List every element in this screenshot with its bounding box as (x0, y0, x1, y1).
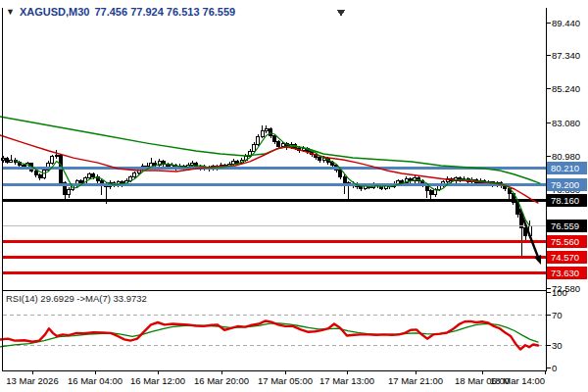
y-axis-label: 87.340 (552, 50, 580, 61)
y-axis-label: 83.080 (552, 118, 580, 128)
time-axis-label: 17 Mar 05:00 (258, 375, 313, 386)
y-axis-label: 89.440 (552, 18, 580, 28)
candle-body (92, 174, 95, 176)
price-badge-label: 73.630 (551, 268, 579, 278)
candle-body (339, 171, 342, 176)
ohlc-values: 77.456 77.924 76.513 76.559 (94, 6, 235, 18)
rsi-axis-label: 30 (552, 340, 563, 351)
time-axis-label: 16 Mar 20:00 (194, 375, 249, 386)
candle-body (88, 174, 91, 178)
y-axis-label: 80.980 (552, 151, 580, 162)
candle-body (191, 163, 194, 165)
candle-body (434, 190, 437, 195)
rsi-axis-label: 0 (552, 363, 557, 373)
ma-green-slow (0, 117, 540, 183)
time-axis-label: 16 Mar 12:00 (130, 375, 185, 386)
chart-window[interactable]: 78.88076.78074.68089.44087.34085.24083.0… (0, 0, 588, 392)
price-badge-label: 79.200 (551, 179, 579, 190)
candle-body (265, 129, 268, 131)
candle-body (360, 187, 363, 189)
chart-header: ▼ XAGUSD,M30 77.456 77.924 76.513 76.559 (6, 6, 235, 18)
y-axis-label: 85.240 (552, 83, 580, 94)
symbol-dropdown-icon[interactable]: ▼ (6, 7, 15, 17)
candle-body (277, 142, 280, 147)
price-badge-label: 78.160 (551, 195, 579, 206)
trend-arrow-line[interactable] (519, 209, 539, 259)
candle-body (257, 137, 260, 145)
time-axis-label: 13 Mar 2026 (6, 375, 58, 386)
candle-body (253, 145, 256, 151)
candle-body (281, 143, 284, 146)
time-axis-label: 18 Mar 14:00 (490, 375, 545, 386)
chart-shift-marker-icon[interactable] (337, 10, 345, 17)
candle-body (429, 191, 432, 195)
candle-body (68, 189, 71, 195)
price-badge-label: 74.570 (551, 252, 579, 263)
rsi-axis-label: 100 (552, 287, 567, 298)
candle-body (273, 135, 276, 141)
candle-body (34, 171, 37, 174)
candle-body (55, 155, 58, 157)
candle-body (133, 173, 136, 177)
symbol-period-label: XAGUSD,M30 (20, 6, 90, 18)
rsi-indicator-label: RSI(14) 29.6929 ->MA(7) 33.9732 (6, 293, 147, 304)
time-axis-label: 17 Mar 21:00 (388, 375, 443, 386)
price-badge-label: 76.559 (551, 220, 579, 231)
candle-body (10, 160, 13, 162)
candle-body (6, 159, 9, 163)
candle-body (51, 157, 54, 163)
candle-body (232, 162, 235, 164)
chart-canvas[interactable]: 78.88076.78074.68089.44087.34085.24083.0… (0, 0, 588, 392)
time-axis-label: 16 Mar 04:00 (68, 375, 122, 386)
price-badge-label: 75.560 (551, 236, 579, 247)
rsi-axis-label: 70 (552, 310, 563, 320)
candle-body (318, 158, 321, 161)
candle-body (261, 130, 264, 136)
candle-body (343, 176, 346, 182)
price-badge-label: 80.210 (551, 163, 579, 173)
candle-body (38, 174, 41, 177)
time-axis-label: 17 Mar 13:00 (319, 375, 374, 386)
candle-body (270, 129, 272, 135)
candle-body (516, 203, 519, 215)
